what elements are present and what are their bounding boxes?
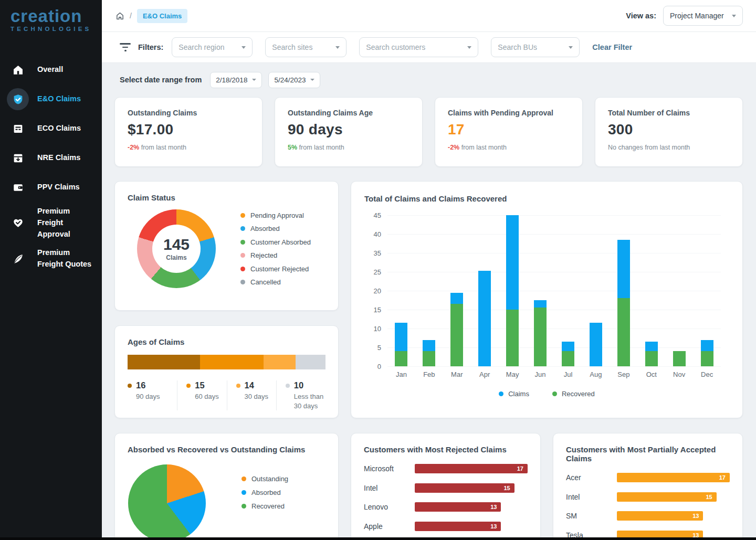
partial-row: Acer17 bbox=[566, 473, 730, 482]
charts-left-column: Claim Status 145 Claims Pending Approval… bbox=[114, 181, 339, 418]
claim-status-legend-item[interactable]: Customer Rejected bbox=[240, 265, 311, 273]
claim-status-legend-item[interactable]: Customer Absorbed bbox=[240, 238, 311, 246]
sidebar-item-ppv-claims[interactable]: PPV Claims bbox=[0, 173, 102, 202]
bar-slot-jan bbox=[387, 215, 415, 366]
filter-placeholder: Search sites bbox=[272, 43, 312, 51]
claim-status-legend-item[interactable]: Rejected bbox=[240, 251, 311, 259]
kpi-trend-delta: -2% bbox=[128, 144, 139, 151]
filters-label: Filters: bbox=[138, 43, 163, 51]
filter-select-bus[interactable]: Search BUs bbox=[491, 37, 580, 57]
shield-check-icon bbox=[7, 88, 29, 110]
claims-segment bbox=[617, 240, 630, 299]
recovered-segment bbox=[701, 351, 713, 366]
y-axis-tick: 5 bbox=[377, 344, 381, 352]
bar-slot-feb bbox=[415, 215, 443, 366]
kpi-trend: No changes from last month bbox=[608, 144, 730, 151]
view-as-value: Project Manager bbox=[670, 12, 724, 20]
date-from-select[interactable]: 2/18/2018 bbox=[210, 72, 262, 88]
claim-status-legend-item[interactable]: Absorbed bbox=[240, 225, 311, 232]
most-partially-accepted-title: Customers with Most Partially Accepted C… bbox=[566, 445, 730, 463]
claim-status-legend-item[interactable]: Cancelled bbox=[240, 278, 311, 286]
sidebar-item-eo-claims[interactable]: E&O Claims bbox=[0, 84, 102, 114]
claims-recovered-legend-item[interactable]: Claims bbox=[499, 390, 529, 398]
x-axis-label: Sep bbox=[610, 370, 637, 378]
heart-check-icon bbox=[7, 212, 29, 234]
charts-row: Claim Status 145 Claims Pending Approval… bbox=[114, 181, 743, 418]
filter-select-sites[interactable]: Search sites bbox=[265, 37, 346, 57]
y-axis-tick: 10 bbox=[374, 325, 381, 333]
claims-segment bbox=[506, 215, 519, 310]
legend-label: Customer Rejected bbox=[250, 265, 309, 273]
absorbed-recovered-legend-item[interactable]: Absorbed bbox=[242, 489, 288, 496]
kpi-value: $17.00 bbox=[128, 121, 249, 138]
claim-status-legend-item[interactable]: Pending Approval bbox=[240, 211, 311, 219]
bars-area bbox=[387, 215, 721, 366]
breadcrumb-current[interactable]: E&O Claims bbox=[137, 9, 187, 23]
age-stat-dot bbox=[128, 384, 132, 388]
date-range-row: Select date range from 2/18/2018 5/24/20… bbox=[120, 70, 743, 89]
sidebar-item-premium-freight-approval[interactable]: Premium Freight Approval bbox=[0, 202, 102, 243]
kpi-value: 17 bbox=[448, 121, 570, 138]
view-as-select[interactable]: Project Manager bbox=[663, 6, 743, 26]
legend-dot bbox=[240, 213, 245, 218]
home-icon[interactable] bbox=[116, 12, 124, 20]
absorbed-recovered-legend-item[interactable]: Outstanding bbox=[242, 475, 288, 483]
partial-bar[interactable]: 17 bbox=[617, 473, 730, 482]
age-stat-label: Less than 30 days bbox=[294, 392, 326, 410]
bar-slot-jun bbox=[527, 215, 554, 366]
date-to-select[interactable]: 5/24/2023 bbox=[268, 72, 320, 88]
kpi-card-1: Outstanding Claims Age90 days5% from las… bbox=[275, 97, 423, 167]
dashboard-content: Outstanding Claims$17.00-2% from last mo… bbox=[102, 97, 756, 540]
rejected-bar[interactable]: 13 bbox=[415, 502, 501, 512]
age-stat-label: 60 days bbox=[195, 392, 226, 401]
x-axis-label: Mar bbox=[443, 370, 471, 378]
absorbed-recovered-legend-item[interactable]: Recovered bbox=[242, 502, 288, 510]
date-from-value: 2/18/2018 bbox=[216, 76, 247, 84]
kpi-trend: -2% from last month bbox=[128, 144, 249, 151]
age-stat-3: 10Less than 30 days bbox=[276, 380, 326, 410]
claim-status-card: Claim Status 145 Claims Pending Approval… bbox=[114, 181, 339, 311]
recovered-segment bbox=[562, 351, 574, 366]
partial-bar[interactable]: 13 bbox=[617, 511, 703, 521]
stacked-bar-mar[interactable] bbox=[450, 293, 463, 366]
stacked-bar-aug[interactable] bbox=[590, 323, 602, 366]
rejected-bar[interactable]: 13 bbox=[415, 522, 501, 531]
filter-select-region[interactable]: Search region bbox=[172, 37, 253, 57]
stacked-bar-oct[interactable] bbox=[645, 342, 658, 366]
stacked-bar-jun[interactable] bbox=[534, 300, 547, 366]
bar-slot-mar bbox=[443, 215, 471, 366]
stacked-bar-may[interactable] bbox=[506, 215, 519, 366]
sidebar-item-label: Premium Freight Approval bbox=[37, 206, 97, 240]
stacked-bar-sep[interactable] bbox=[617, 240, 630, 366]
partial-bar[interactable]: 15 bbox=[617, 492, 717, 502]
legend-label: Absorbed bbox=[250, 225, 280, 232]
rejected-value: 13 bbox=[490, 523, 497, 530]
sidebar-item-premium-freight-quotes[interactable]: Premium Freight Quotes bbox=[0, 243, 102, 274]
sidebar-item-nre-claims[interactable]: NRE Claims bbox=[0, 143, 102, 173]
age-stat-value: 15 bbox=[195, 380, 204, 390]
stacked-bar-jul[interactable] bbox=[562, 342, 574, 366]
filter-selects: Search regionSearch sitesSearch customer… bbox=[172, 37, 592, 57]
claims-segment bbox=[423, 340, 435, 352]
ages-of-claims-card: Ages of Claims 1690 days1560 days1430 da… bbox=[114, 325, 339, 418]
sidebar-item-eco-claims[interactable]: ECO Claims bbox=[0, 114, 102, 143]
claims-recovered-legend-item[interactable]: Recovered bbox=[552, 390, 595, 398]
age-stat-value: 10 bbox=[294, 380, 303, 390]
feather-icon bbox=[7, 248, 29, 270]
stacked-bar-feb[interactable] bbox=[423, 340, 435, 366]
stacked-bar-dec[interactable] bbox=[701, 340, 713, 366]
gridline bbox=[387, 366, 721, 367]
rejected-bar[interactable]: 15 bbox=[415, 483, 514, 493]
claims-segment bbox=[478, 271, 491, 366]
sidebar-item-overall[interactable]: Overall bbox=[0, 55, 102, 84]
archive-down-icon bbox=[7, 147, 29, 169]
rejected-track: 13 bbox=[415, 502, 528, 512]
clear-filter-button[interactable]: Clear Filter bbox=[592, 43, 632, 51]
kpi-title: Outstanding Claims Age bbox=[288, 109, 410, 117]
stacked-bar-apr[interactable] bbox=[478, 271, 491, 366]
view-as-label: View as: bbox=[626, 12, 656, 20]
filter-select-customers[interactable]: Search customers bbox=[359, 37, 478, 57]
stacked-bar-jan[interactable] bbox=[395, 323, 407, 366]
rejected-bar[interactable]: 17 bbox=[415, 464, 528, 473]
stacked-bar-nov[interactable] bbox=[673, 351, 686, 366]
